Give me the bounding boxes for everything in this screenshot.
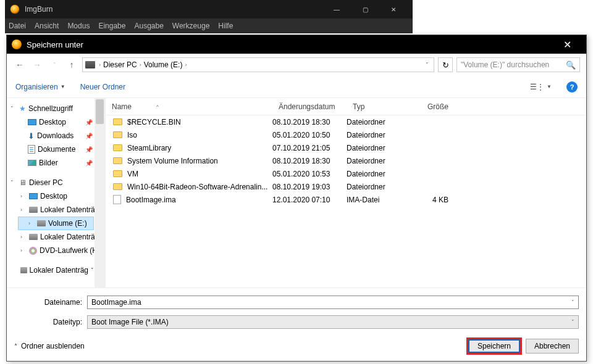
tree-local-2[interactable]: ›Lokaler Datenträ — [7, 230, 105, 244]
up-button[interactable]: ↑ — [65, 58, 78, 72]
file-row[interactable]: BootImage.ima12.01.2020 07:10IMA-Datei4 … — [106, 193, 586, 206]
menu-hilfe[interactable]: Hilfe — [218, 22, 233, 30]
maximize-button[interactable]: ▢ — [351, 0, 379, 19]
folder-icon — [113, 183, 122, 190]
crumb-pc[interactable]: Dieser PC — [103, 60, 137, 69]
menu-modus[interactable]: Modus — [67, 22, 90, 30]
row-name: Iso — [127, 131, 137, 139]
menu-eingabe[interactable]: Eingabe — [98, 22, 125, 30]
chevron-right-icon: › — [99, 62, 101, 68]
tree-desktop[interactable]: Desktop📌 — [7, 115, 105, 129]
toolbar: Organisieren ▼ Neuer Ordner ☰⋮ ▼ ? — [7, 76, 586, 98]
forward-button[interactable]: → — [30, 58, 44, 72]
tree-downloads[interactable]: ⬇Downloads📌 — [7, 129, 105, 143]
search-icon: 🔍 — [566, 60, 576, 70]
minimize-button[interactable]: — — [322, 0, 351, 19]
folder-row[interactable]: VM05.01.2020 10:53Dateiordner — [106, 167, 586, 180]
dialog-icon — [12, 39, 22, 49]
row-mod: 05.01.2020 10:50 — [272, 131, 347, 139]
chevron-down-icon[interactable]: ˅ — [571, 299, 574, 305]
menu-werkzeuge[interactable]: Werkzeuge — [172, 22, 209, 30]
help-button[interactable]: ? — [566, 81, 578, 93]
chevron-right-icon: › — [185, 62, 187, 68]
chevron-down-icon[interactable]: ˅ — [571, 319, 574, 325]
col-type[interactable]: Typ — [347, 102, 418, 111]
pin-icon: 📌 — [85, 146, 93, 153]
dialog-close-button[interactable]: ✕ — [553, 35, 581, 54]
app-icon — [10, 4, 20, 14]
pin-icon: 📌 — [85, 133, 93, 139]
parent-title: ImgBurn — [25, 5, 53, 14]
folder-icon — [113, 170, 122, 177]
recent-dropdown[interactable]: ˅ — [48, 58, 61, 72]
row-mod: 12.01.2020 07:10 — [272, 196, 347, 204]
breadcrumb[interactable]: › Dieser PC › Volume (E:) › ˅ — [82, 57, 434, 72]
new-folder-button[interactable]: Neuer Ordner — [80, 83, 125, 91]
bottom-panel: Dateiname: BootImage.ima ˅ Dateityp: Boo… — [7, 287, 586, 361]
folder-row[interactable]: SteamLibrary07.10.2019 21:05Dateiordner — [106, 141, 586, 154]
chevron-right-icon: › — [140, 62, 141, 68]
parent-menubar: Datei Ansicht Modus Eingabe Ausgabe Werk… — [5, 19, 413, 33]
folder-icon — [113, 157, 122, 164]
body: ˅★Schnellzugriff Desktop📌 ⬇Downloads📌 Do… — [7, 98, 586, 287]
tree-quick-access[interactable]: ˅★Schnellzugriff — [7, 102, 105, 115]
row-mod: 08.10.2019 18:30 — [272, 118, 347, 126]
row-type: Dateiordner — [347, 118, 418, 126]
view-icon: ☰⋮ — [530, 83, 544, 91]
view-button[interactable]: ☰⋮ ▼ — [530, 83, 552, 91]
crumb-volume[interactable]: Volume (E:) — [144, 60, 183, 69]
tree-dvd[interactable]: ›DVD-Laufwerk (H — [7, 244, 105, 257]
tree-volume-e[interactable]: ›Volume (E:) — [18, 217, 94, 230]
filename-input[interactable]: BootImage.ima ˅ — [87, 296, 579, 309]
refresh-button[interactable]: ↻ — [438, 57, 453, 72]
list-rows: $RECYCLE.BIN08.10.2019 18:30DateiordnerI… — [106, 115, 586, 287]
col-size[interactable]: Größe — [418, 102, 467, 111]
tree-scrollbar[interactable] — [95, 98, 105, 287]
list-header: Name^ Änderungsdatum Typ Größe — [106, 98, 586, 115]
dialog-titlebar: Speichern unter ✕ — [7, 35, 586, 54]
hide-folders-button[interactable]: ˄ Ordner ausblenden — [14, 342, 85, 350]
col-mod[interactable]: Änderungsdatum — [272, 102, 347, 111]
row-name: System Volume Information — [127, 157, 218, 165]
menu-ausgabe[interactable]: Ausgabe — [134, 22, 163, 30]
row-type: Dateiordner — [347, 183, 418, 191]
tree-local-3[interactable]: Lokaler Datenträg˅ — [7, 263, 105, 277]
tree-this-pc[interactable]: ˅🖥Dieser PC — [7, 176, 105, 189]
save-button[interactable]: Speichern — [468, 339, 521, 354]
filetype-select[interactable]: Boot Image File (*.IMA) ˅ — [87, 315, 579, 329]
tree-desktop-pc[interactable]: ›Desktop — [7, 189, 105, 203]
row-size: 4 KB — [418, 196, 467, 204]
cancel-button[interactable]: Abbrechen — [526, 339, 579, 354]
close-button[interactable]: ✕ — [379, 0, 408, 19]
folder-row[interactable]: System Volume Information08.10.2019 18:3… — [106, 154, 586, 167]
menu-ansicht[interactable]: Ansicht — [35, 22, 59, 30]
folder-row[interactable]: $RECYCLE.BIN08.10.2019 18:30Dateiordner — [106, 115, 586, 128]
parent-titlebar: ImgBurn — ▢ ✕ — [5, 0, 413, 19]
drive-icon — [85, 61, 95, 68]
col-name[interactable]: Name^ — [106, 102, 272, 111]
folder-row[interactable]: Win10-64Bit-Radeon-Software-Adrenalin...… — [106, 180, 586, 193]
folder-icon — [113, 118, 122, 125]
folder-row[interactable]: Iso05.01.2020 10:50Dateiordner — [106, 128, 586, 141]
organize-button[interactable]: Organisieren ▼ — [15, 83, 65, 91]
chevron-down-icon: ▼ — [61, 84, 65, 89]
row-type: Dateiordner — [347, 144, 418, 152]
chevron-up-icon: ˄ — [14, 343, 17, 350]
row-type: Dateiordner — [347, 170, 418, 178]
tree-local-1[interactable]: ›Lokaler Datenträ — [7, 203, 105, 217]
row-name: BootImage.ima — [126, 196, 176, 204]
chevron-down-icon: ▼ — [547, 84, 552, 89]
row-name: Win10-64Bit-Radeon-Software-Adrenalin... — [127, 183, 267, 191]
search-input[interactable]: "Volume (E:)" durchsuchen 🔍 — [456, 57, 580, 72]
tree-pictures[interactable]: Bilder📌 — [7, 156, 105, 170]
row-mod: 08.10.2019 19:03 — [272, 183, 347, 191]
crumb-dropdown[interactable]: ˅ — [423, 62, 431, 68]
row-type: Dateiordner — [347, 131, 418, 139]
parent-window: ImgBurn — ▢ ✕ Datei Ansicht Modus Eingab… — [5, 0, 413, 33]
back-button[interactable]: ← — [13, 58, 27, 72]
menu-datei[interactable]: Datei — [9, 22, 26, 30]
tree-documents[interactable]: Dokumente📌 — [7, 143, 105, 156]
row-name: VM — [127, 170, 138, 178]
file-icon — [113, 195, 121, 204]
pin-icon: 📌 — [85, 160, 93, 167]
